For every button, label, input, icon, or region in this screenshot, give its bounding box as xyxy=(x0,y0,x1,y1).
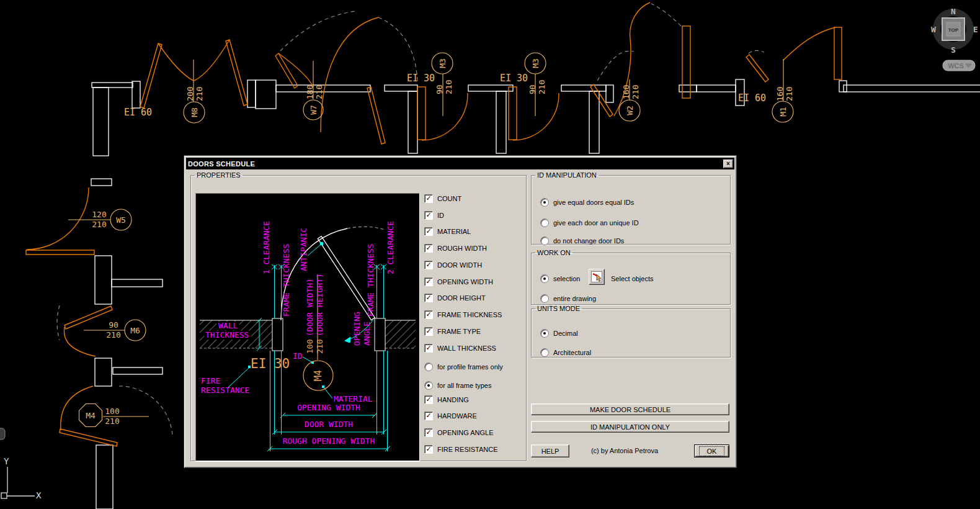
radio-icon xyxy=(424,381,433,390)
svg-text:M3: M3 xyxy=(531,58,540,68)
svg-text:100: 100 xyxy=(105,407,119,416)
checkbox-handing[interactable]: ✓HANDING xyxy=(424,395,469,404)
svg-text:(DOOR HEIGHT): (DOOR HEIGHT) xyxy=(315,273,324,336)
svg-text:OPENING WIDTH: OPENING WIDTH xyxy=(297,403,360,412)
radio-icon xyxy=(424,363,433,371)
select-objects-button[interactable] xyxy=(589,269,605,285)
svg-text:210: 210 xyxy=(631,85,640,99)
viewcube-west: W xyxy=(931,25,936,34)
svg-text:WALL: WALL xyxy=(218,321,238,330)
radio-icon xyxy=(540,218,549,227)
svg-text:EI 60: EI 60 xyxy=(124,107,152,118)
checkbox-opening-angle[interactable]: ✓OPENING ANGLE xyxy=(424,428,493,437)
checkbox-rough-width[interactable]: ✓ROUGH WIDTH xyxy=(424,244,487,253)
svg-text:OPENING: OPENING xyxy=(352,312,362,346)
radio-do-not-change-ids[interactable]: do not change door IDs xyxy=(540,236,624,245)
close-button[interactable]: × xyxy=(723,160,733,168)
fire-rating-labels: EI 60 EI 30 EI 30 EI 60 xyxy=(124,73,766,118)
checkbox-frame-type[interactable]: ✓FRAME TYPE xyxy=(424,327,481,336)
dialog-titlebar[interactable]: DOORS SCHEDULE × xyxy=(186,158,734,169)
checkbox-icon: ✓ xyxy=(424,261,433,269)
svg-text:210: 210 xyxy=(106,330,120,340)
checkbox-icon: ✓ xyxy=(424,310,433,319)
checkbox-icon: ✓ xyxy=(424,277,433,286)
svg-text:210: 210 xyxy=(314,85,324,99)
svg-text:(DOOR WIDTH): (DOOR WIDTH) xyxy=(305,278,314,336)
checkbox-wall-thickness[interactable]: ✓WALL THICKNESS xyxy=(424,344,496,353)
wcs-label: WCS xyxy=(948,62,964,70)
svg-text:210: 210 xyxy=(315,340,324,354)
checkbox-opening-width[interactable]: ✓OPENING WIDTH xyxy=(424,277,493,286)
nav-control-partial[interactable] xyxy=(0,428,5,439)
ok-button[interactable]: OK xyxy=(694,444,729,457)
checkbox-icon: ✓ xyxy=(424,327,433,336)
checkbox-icon: ✓ xyxy=(424,211,433,220)
radio-profile-frames-only[interactable]: for profile frames only xyxy=(424,363,503,371)
ucs-y-label: Y xyxy=(4,456,9,466)
svg-text:2 CLEARANCE: 2 CLEARANCE xyxy=(386,221,395,274)
svg-text:90: 90 xyxy=(528,84,537,94)
radio-entire-drawing[interactable]: entire drawing xyxy=(540,294,596,303)
cad-workspace: 200 210 M8 180 210 W7 90 210 M3 90 210 M… xyxy=(0,0,980,509)
svg-text:W5: W5 xyxy=(116,215,126,225)
svg-text:W7: W7 xyxy=(309,105,318,115)
svg-text:EI 30: EI 30 xyxy=(251,356,290,371)
id-manipulation-group-label: ID MANIPULATION xyxy=(535,171,599,179)
viewcube-north: N xyxy=(951,7,956,16)
id-manipulation-only-button[interactable]: ID MANIPULATION ONLY xyxy=(531,421,729,433)
checkbox-fire-resistance[interactable]: ✓FIRE RESISTANCE xyxy=(424,445,498,454)
preview-door xyxy=(281,228,375,320)
radio-icon xyxy=(540,274,549,283)
checkbox-icon: ✓ xyxy=(424,194,433,203)
radio-architectural[interactable]: Architectural xyxy=(540,348,591,357)
checkbox-icon: ✓ xyxy=(424,428,433,437)
checkbox-frame-thickness[interactable]: ✓FRAME THICKNESS xyxy=(424,310,502,319)
radio-icon xyxy=(540,236,549,245)
svg-text:210: 210 xyxy=(444,80,453,94)
radio-each-door-unique-id[interactable]: give each door an unique ID xyxy=(540,218,639,227)
svg-text:M1: M1 xyxy=(778,107,788,117)
checkbox-icon: ✓ xyxy=(424,344,433,353)
close-icon: × xyxy=(726,161,730,167)
checkbox-hardware[interactable]: ✓HARDWARE xyxy=(424,412,477,420)
checkbox-door-height[interactable]: ✓DOOR HEIGHT xyxy=(424,294,486,302)
make-door-schedule-button[interactable]: MAKE DOOR SCHEDULE xyxy=(531,403,729,415)
svg-text:180: 180 xyxy=(305,85,314,99)
checkbox-material[interactable]: ✓MATERIAL xyxy=(424,227,471,236)
copyright-text: (c) by Antonia Petrova xyxy=(556,447,693,454)
svg-text:210: 210 xyxy=(105,417,119,426)
select-objects-icon xyxy=(591,271,602,282)
checkbox-id[interactable]: ✓ID xyxy=(424,211,444,220)
svg-text:RESISTANCE: RESISTANCE xyxy=(201,385,249,395)
checkbox-icon: ✓ xyxy=(424,445,433,454)
properties-group: PROPERTIES xyxy=(190,171,527,461)
svg-text:M3: M3 xyxy=(438,58,447,68)
radio-icon xyxy=(540,348,549,357)
wcs-dropdown[interactable]: WCS xyxy=(943,60,975,71)
checkbox-count[interactable]: ✓COUNT xyxy=(424,194,461,203)
radio-selection[interactable]: selection xyxy=(540,274,580,283)
svg-text:W2: W2 xyxy=(625,106,635,115)
svg-text:ANTIPANIC: ANTIPANIC xyxy=(299,228,308,271)
svg-text:THICKNESS: THICKNESS xyxy=(205,330,249,340)
svg-text:M4: M4 xyxy=(313,370,324,381)
doors-schedule-dialog: DOORS SCHEDULE × PROPERTIES xyxy=(184,155,737,468)
checkbox-icon: ✓ xyxy=(424,227,433,236)
ucs-x-label: X xyxy=(36,490,42,500)
radio-decimal[interactable]: Decimal xyxy=(540,329,578,338)
svg-text:210: 210 xyxy=(195,87,204,101)
units-mode-group-label: UNITS MODE xyxy=(535,305,582,312)
checkbox-door-width[interactable]: ✓DOOR WIDTH xyxy=(424,261,482,269)
viewcube[interactable]: N W S E TOP xyxy=(931,7,978,55)
preview-dashed-swing xyxy=(347,227,385,230)
svg-text:EI 30: EI 30 xyxy=(500,73,528,84)
radio-all-frame-types[interactable]: for all frame types xyxy=(424,381,491,390)
viewcube-south: S xyxy=(951,45,956,55)
svg-text:210: 210 xyxy=(537,80,546,94)
work-on-group: WORK ON selection Select objects entire … xyxy=(531,249,731,305)
radio-equal-doors-equal-ids[interactable]: give equal doors equal IDs xyxy=(540,198,634,207)
checkbox-icon: ✓ xyxy=(424,294,433,302)
svg-text:DOOR WIDTH: DOOR WIDTH xyxy=(305,420,353,429)
ucs-icon: Y X xyxy=(1,456,42,500)
svg-text:FIRE: FIRE xyxy=(201,376,220,385)
